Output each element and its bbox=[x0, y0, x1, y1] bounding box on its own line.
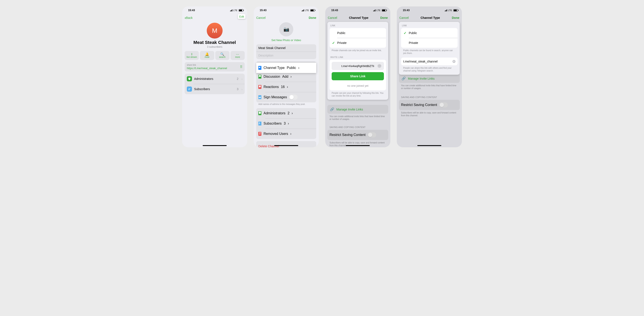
chevron-right-icon: › bbox=[298, 66, 299, 70]
status-bar: 15:43 LTE bbox=[325, 6, 390, 13]
row-manage-links[interactable]: 🔗 Manage Invite Links bbox=[399, 74, 460, 83]
option-private[interactable]: Private bbox=[401, 38, 458, 48]
qr-icon[interactable]: ⠿ bbox=[240, 65, 242, 69]
cancel-button[interactable]: Cancel bbox=[328, 16, 337, 19]
more-icon: ⋯ bbox=[236, 53, 239, 56]
status-bar: 15:43 LTE bbox=[397, 6, 462, 13]
status-bar: 15:43 LTE bbox=[254, 6, 319, 13]
row-delete-channel[interactable]: Delete Channel bbox=[256, 141, 316, 147]
edit-button-highlight[interactable]: Edit bbox=[238, 14, 246, 19]
ellipsis-icon[interactable]: ⋯ bbox=[378, 64, 381, 68]
invite-link-text: t.me/+Ke4wqRgKMdBiZTli bbox=[338, 64, 378, 68]
share-link-button[interactable]: Share Link bbox=[332, 72, 384, 80]
edit-button-label: Edit bbox=[239, 15, 244, 18]
name-desc-group: Meat Steak Channel Description bbox=[256, 44, 316, 59]
row-manage-links-bg[interactable]: 🔗 Manage Invite Links bbox=[327, 105, 388, 114]
camera-icon: 📷 bbox=[284, 26, 289, 32]
pill-search[interactable]: 🔍search bbox=[215, 51, 230, 60]
row-restrict-saving-bg[interactable]: Restrict Saving Content bbox=[327, 130, 388, 140]
chevron-right-icon: › bbox=[288, 122, 289, 125]
channel-subtitle: 3 subscribers bbox=[182, 45, 247, 48]
removed-user-icon bbox=[258, 132, 261, 136]
chevron-right-icon: › bbox=[242, 87, 242, 91]
cancel-button[interactable]: Cancel bbox=[256, 16, 266, 19]
sign-messages-toggle[interactable] bbox=[289, 95, 298, 100]
nav-bar: ‹ Back bbox=[182, 13, 247, 22]
live-stream-icon: ⦀ bbox=[191, 53, 192, 56]
channel-name-input[interactable]: Meat Steak Channel bbox=[256, 44, 316, 52]
done-button[interactable]: Done bbox=[380, 16, 388, 19]
nav-bar: Cancel Done bbox=[254, 13, 319, 22]
people-icon bbox=[187, 86, 192, 92]
row-subscribers[interactable]: Subscribers 3 › bbox=[256, 118, 316, 129]
nav-bar: Cancel Channel Type Done bbox=[325, 13, 390, 22]
bell-icon: 🔔 bbox=[205, 53, 209, 56]
home-indicator bbox=[346, 145, 370, 146]
row-channel-type-highlight[interactable]: Channel Type Public › bbox=[256, 63, 316, 73]
clear-icon[interactable]: ✕ bbox=[452, 60, 456, 63]
signature-icon bbox=[258, 95, 261, 99]
link-type-group: Public ✓ Private bbox=[330, 28, 386, 48]
screen-channel-info: 15:43 LTE ‹ Back Edit M Meat Steak Chann… bbox=[182, 6, 247, 147]
photo-placeholder[interactable]: 📷 bbox=[279, 22, 293, 36]
svg-point-1 bbox=[190, 88, 190, 89]
public-url-value: t.me/meat_steak_channel bbox=[403, 60, 438, 63]
check-icon: ✓ bbox=[332, 41, 335, 45]
shield-icon bbox=[258, 111, 261, 115]
description-input[interactable]: Description bbox=[256, 52, 316, 59]
people-icon bbox=[258, 122, 261, 125]
back-button[interactable]: ‹ Back bbox=[185, 16, 192, 19]
svg-point-2 bbox=[259, 122, 260, 123]
restrict-footer: Subscribers will be able to copy, save a… bbox=[401, 111, 458, 117]
row-removed-users[interactable]: Removed Users › bbox=[256, 129, 316, 139]
set-photo-link[interactable]: Set New Photo or Video bbox=[254, 38, 319, 42]
action-pills: ⦀live stream 🔔mute 🔍search ⋯more bbox=[182, 48, 247, 62]
megaphone-icon bbox=[258, 66, 261, 70]
public-url-input[interactable]: t.me/meat_steak_channel ✕ bbox=[401, 58, 458, 65]
link-header: LINK bbox=[399, 22, 460, 28]
svg-point-0 bbox=[189, 88, 190, 89]
option-private[interactable]: ✓ Private bbox=[330, 38, 386, 48]
pill-live-stream[interactable]: ⦀live stream bbox=[185, 51, 199, 60]
option-public[interactable]: ✓ Public bbox=[401, 28, 458, 38]
chevron-right-icon: › bbox=[287, 85, 288, 89]
chat-icon bbox=[258, 75, 261, 79]
restrict-toggle-bg[interactable] bbox=[368, 132, 376, 137]
settings-group-2: Administrators 2 › Subscribers 3 › Remov… bbox=[256, 108, 316, 139]
signal-icon bbox=[302, 9, 304, 11]
restrict-toggle[interactable] bbox=[439, 102, 448, 107]
share-link-box[interactable]: share link https://t.me/meat_steak_chann… bbox=[185, 62, 245, 71]
done-button[interactable]: Done bbox=[309, 16, 316, 19]
nav-title: Channel Type bbox=[420, 16, 440, 19]
signal-icon bbox=[373, 9, 376, 11]
shield-icon bbox=[187, 76, 192, 81]
status-right: LTE bbox=[230, 9, 243, 11]
row-reactions[interactable]: Reactions 16 › bbox=[256, 82, 316, 92]
screen-channel-type-private: 15:43 LTE Cancel Channel Type Done 🔗 Man… bbox=[325, 6, 390, 147]
link-icon: 🔗 bbox=[402, 76, 406, 80]
status-time: 15:43 bbox=[260, 9, 266, 12]
pill-more[interactable]: ⋯more bbox=[230, 51, 245, 60]
row-administrators[interactable]: Administrators 2 › bbox=[256, 108, 316, 118]
chevron-right-icon: › bbox=[290, 75, 292, 79]
row-sign-messages[interactable]: Sign Messages bbox=[256, 92, 316, 102]
sign-messages-footer: Add names of admins to the messages they… bbox=[258, 103, 314, 106]
done-button[interactable]: Done bbox=[452, 16, 459, 19]
nav-title: Channel Type bbox=[349, 16, 368, 19]
invite-link-chip[interactable]: t.me/+Ke4wqRgKMdBiZTli ⋯ bbox=[332, 62, 384, 70]
private-footer: Private channels can only be joined via … bbox=[332, 49, 384, 52]
row-discussion[interactable]: Discussion Add › bbox=[256, 71, 316, 82]
chevron-right-icon: › bbox=[242, 77, 242, 81]
option-public[interactable]: Public bbox=[330, 28, 386, 38]
saving-header-bg: SAVING AND COPYING CONTENT bbox=[327, 124, 388, 130]
invite-footer: People can join your channel by followin… bbox=[332, 92, 384, 97]
row-subscribers[interactable]: Subscribers 3 › bbox=[185, 84, 245, 94]
cancel-button[interactable]: Cancel bbox=[399, 16, 409, 19]
invite-link-group: t.me/+Ke4wqRgKMdBiZTli ⋯ Share Link no o… bbox=[330, 60, 386, 90]
battery-icon bbox=[453, 9, 458, 11]
row-administrators[interactable]: Administrators 2 › bbox=[185, 74, 245, 84]
row-restrict-saving[interactable]: Restrict Saving Content bbox=[399, 100, 460, 110]
heart-icon bbox=[258, 85, 261, 89]
pill-mute[interactable]: 🔔mute bbox=[200, 51, 214, 60]
channel-avatar[interactable]: M bbox=[207, 23, 222, 38]
